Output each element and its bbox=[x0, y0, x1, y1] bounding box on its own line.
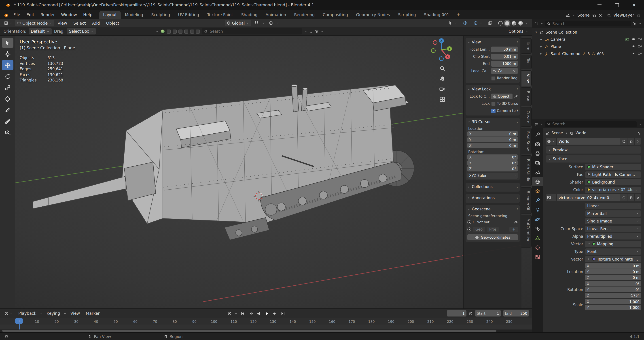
color-space-dropdown[interactable]: Linear Rec... bbox=[585, 225, 641, 232]
menu-help[interactable]: Help bbox=[80, 11, 96, 19]
gear-icon[interactable] bbox=[514, 220, 518, 224]
unlink-world-button[interactable] bbox=[634, 138, 641, 145]
outliner-search-field[interactable] bbox=[545, 21, 631, 27]
workspace-tab-modeling[interactable]: Modeling bbox=[121, 11, 147, 19]
chevron-down-icon[interactable] bbox=[234, 312, 238, 315]
projection-dropdown[interactable]: Mirror Ball bbox=[585, 210, 641, 216]
axis-field-z[interactable]: Z0 m bbox=[585, 275, 641, 280]
shading-material-button[interactable] bbox=[512, 21, 516, 25]
clear-icon[interactable] bbox=[512, 69, 516, 73]
filter-icon[interactable] bbox=[315, 29, 319, 33]
socket-color[interactable]: victoria_curve_02_4k.... bbox=[585, 186, 641, 193]
workspace-tab-uv-editing[interactable]: UV Editing bbox=[174, 11, 203, 19]
axis-field-x[interactable]: X1.000 bbox=[585, 299, 641, 304]
visibility-dropdown[interactable] bbox=[446, 20, 459, 27]
navigation-gizmo[interactable]: Z Y X bbox=[428, 37, 454, 63]
snap-toggle[interactable] bbox=[252, 20, 261, 27]
overlays-toggle[interactable] bbox=[471, 20, 484, 27]
tool-scale[interactable] bbox=[2, 82, 13, 93]
socket-fac[interactable]: Light Path | Is Camer... bbox=[585, 171, 641, 177]
panel-geoscene-header[interactable]: Geoscene ∷ bbox=[467, 206, 518, 212]
close-button[interactable]: ✕ bbox=[632, 3, 636, 8]
copy-image-button[interactable] bbox=[628, 194, 634, 201]
properties-tab-output[interactable] bbox=[532, 149, 543, 158]
drag-setting-dropdown[interactable]: Select Box bbox=[67, 28, 96, 35]
axis-field-x[interactable]: X0 m bbox=[585, 263, 641, 269]
orientation-setting-dropdown[interactable]: Default bbox=[28, 28, 52, 35]
axis-field-z[interactable]: Z0° bbox=[467, 166, 518, 171]
alpha-dropdown[interactable]: Premultiplied bbox=[585, 233, 641, 239]
tool-option-icon[interactable] bbox=[178, 29, 182, 33]
axis-field-x[interactable]: X0 m bbox=[467, 131, 518, 137]
euler-mode-dropdown[interactable]: XYZ Euler bbox=[467, 173, 518, 179]
end-frame-field[interactable]: End 250 bbox=[503, 310, 529, 316]
add-crs-button[interactable]: + bbox=[510, 227, 518, 232]
image-name-field[interactable]: victoria_curve_02_4k.exr.0... bbox=[557, 194, 620, 201]
new-scene-icon[interactable] bbox=[592, 13, 596, 17]
axis-field-z[interactable]: Z0 m bbox=[467, 143, 518, 148]
viewport-search-field[interactable] bbox=[202, 28, 302, 35]
unlink-image-button[interactable] bbox=[634, 194, 641, 201]
options-button[interactable]: Options bbox=[508, 29, 523, 34]
sidebar-tab-item[interactable]: Item bbox=[522, 38, 532, 54]
transport-play[interactable] bbox=[263, 310, 270, 316]
chevron-down-icon[interactable] bbox=[321, 30, 324, 33]
menu-playback[interactable]: Playback bbox=[16, 310, 38, 316]
hide-viewport-toggle[interactable] bbox=[632, 37, 636, 42]
workspace-tab-compositing[interactable]: Compositing bbox=[319, 11, 352, 19]
axis-field-y[interactable]: Y1.000 bbox=[585, 305, 641, 310]
timeline-scrollbar[interactable] bbox=[0, 329, 532, 332]
menu-keying[interactable]: Keying bbox=[44, 310, 62, 316]
sidebar-tab-create[interactable]: Create bbox=[522, 107, 532, 127]
transport-play-reverse[interactable] bbox=[255, 310, 262, 316]
properties-tab-constraints[interactable] bbox=[532, 224, 543, 233]
geo-coordinates-button[interactable]: Geo-coordinates bbox=[467, 234, 518, 240]
tool-select-box[interactable] bbox=[2, 38, 13, 48]
browse-world-button[interactable] bbox=[546, 138, 556, 145]
sidebar-tab-earth-studio[interactable]: Earth Studio bbox=[522, 156, 532, 186]
menu-add[interactable]: Add bbox=[90, 20, 103, 26]
menu-marker[interactable]: Marker bbox=[84, 310, 102, 316]
menu-file[interactable]: File bbox=[10, 11, 23, 19]
transport-next-keyframe[interactable] bbox=[271, 310, 278, 316]
proj-button[interactable]: Proj bbox=[486, 227, 499, 232]
auto-keying-toggle[interactable] bbox=[226, 310, 233, 316]
workspace-tab-scripting[interactable]: Scripting bbox=[394, 11, 420, 19]
panel-grip-icon[interactable]: ∷ bbox=[516, 120, 518, 124]
search-input[interactable] bbox=[210, 29, 300, 34]
properties-editor-icon[interactable] bbox=[534, 122, 538, 126]
geo-button[interactable]: Geo bbox=[473, 227, 485, 232]
maximize-button[interactable] bbox=[615, 3, 619, 7]
properties-tab-scene[interactable] bbox=[532, 167, 543, 177]
xray-toggle[interactable] bbox=[486, 20, 495, 27]
tool-annotate[interactable] bbox=[2, 105, 13, 115]
current-frame-field[interactable]: 1 bbox=[447, 310, 466, 316]
sidebar-tab-matcombiner[interactable]: MatCombiner bbox=[522, 215, 532, 248]
menu-window[interactable]: Window bbox=[58, 11, 80, 19]
bookmark-icon[interactable] bbox=[309, 29, 313, 33]
properties-tab-material[interactable] bbox=[532, 243, 543, 252]
panel-surface-header[interactable]: Surface bbox=[546, 155, 641, 163]
menu-view[interactable]: View bbox=[55, 20, 70, 26]
axis-field-y[interactable]: Y0° bbox=[585, 287, 641, 292]
properties-tab-texture[interactable] bbox=[532, 252, 543, 261]
workspace-tab-geometry-nodes[interactable]: Geometry Nodes bbox=[352, 11, 394, 19]
world-name-field[interactable]: World bbox=[557, 138, 620, 145]
tool-move[interactable] bbox=[2, 60, 13, 70]
menu-edit[interactable]: Edit bbox=[23, 11, 37, 19]
collapse-icon[interactable]: ▾ bbox=[534, 31, 538, 34]
tool-option-icon[interactable] bbox=[190, 29, 194, 33]
crs-radio[interactable] bbox=[467, 220, 471, 224]
properties-tab-render[interactable] bbox=[532, 139, 543, 149]
tool-option-icon[interactable] bbox=[173, 29, 177, 33]
transport-jump-end[interactable] bbox=[279, 310, 286, 316]
properties-tab-view-layer[interactable] bbox=[532, 158, 543, 167]
transport-prev-keyframe[interactable] bbox=[247, 310, 254, 316]
disable-render-toggle[interactable] bbox=[638, 37, 642, 42]
workspace-tab-animation[interactable]: Animation bbox=[262, 11, 290, 19]
blender-logo-icon[interactable] bbox=[4, 13, 8, 18]
properties-tab-physics[interactable] bbox=[532, 214, 543, 224]
add-workspace-button[interactable]: + bbox=[453, 10, 463, 19]
shading-solid-button[interactable] bbox=[505, 21, 510, 25]
panel-grip-icon[interactable]: ∷ bbox=[516, 87, 518, 91]
